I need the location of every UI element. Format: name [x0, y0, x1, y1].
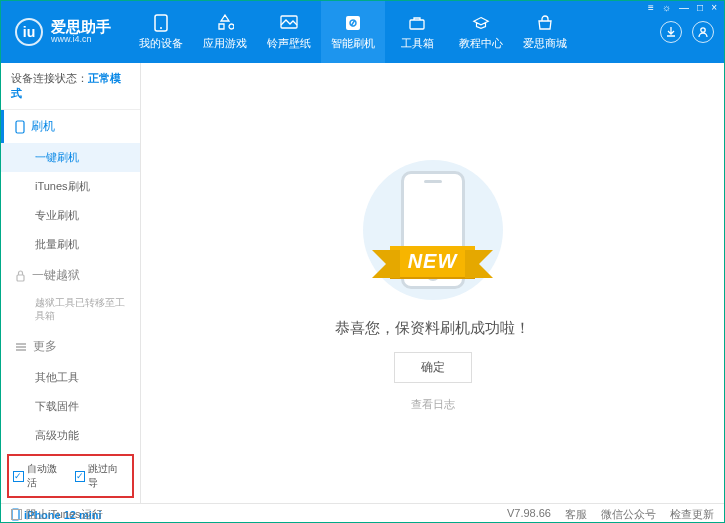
sidebar-item-pro-flash[interactable]: 专业刷机	[1, 201, 140, 230]
checkbox-auto-activate[interactable]: ✓自动激活	[13, 462, 67, 490]
app-header: ≡ ☼ — □ × iu 爱思助手 www.i4.cn 我的设备 应用游戏 铃声…	[1, 1, 724, 63]
nav-smart-flash[interactable]: 智能刷机	[321, 1, 385, 63]
phone-icon	[152, 14, 170, 32]
close-icon[interactable]: ×	[711, 2, 717, 13]
more-icon	[15, 342, 27, 352]
sidebar-item-advanced[interactable]: 高级功能	[1, 421, 140, 450]
maximize-icon[interactable]: □	[697, 2, 703, 13]
menu-icon[interactable]: ≡	[648, 2, 654, 13]
nav-my-device[interactable]: 我的设备	[129, 1, 193, 63]
brand-logo-icon: iu	[15, 18, 43, 46]
minimize-icon[interactable]: —	[679, 2, 689, 13]
success-message: 恭喜您，保资料刷机成功啦！	[335, 319, 530, 338]
toolbox-icon	[408, 14, 426, 32]
check-update-link[interactable]: 检查更新	[670, 507, 714, 522]
view-log-link[interactable]: 查看日志	[411, 397, 455, 412]
version-label: V7.98.66	[507, 507, 551, 522]
sidebar-item-oneclick-flash[interactable]: 一键刷机	[1, 143, 140, 172]
svg-point-1	[160, 27, 162, 29]
options-highlight: ✓自动激活 ✓跳过向导	[7, 454, 134, 498]
main-content: NEW 恭喜您，保资料刷机成功啦！ 确定 查看日志	[141, 63, 724, 503]
nav-store[interactable]: 爱思商城	[513, 1, 577, 63]
new-ribbon: NEW	[390, 246, 476, 277]
success-illustration: NEW	[363, 155, 503, 305]
wechat-link[interactable]: 微信公众号	[601, 507, 656, 522]
nav-apps-games[interactable]: 应用游戏	[193, 1, 257, 63]
sidebar-section-jailbreak[interactable]: 一键越狱	[1, 259, 140, 292]
brand: iu 爱思助手 www.i4.cn	[1, 18, 125, 46]
sidebar-item-batch-flash[interactable]: 批量刷机	[1, 230, 140, 259]
checkbox-skip-guide[interactable]: ✓跳过向导	[75, 462, 129, 490]
sidebar: 设备连接状态：正常模式 刷机 一键刷机 iTunes刷机 专业刷机 批量刷机 一…	[1, 63, 141, 503]
nav-tutorials[interactable]: 教程中心	[449, 1, 513, 63]
flash-icon	[344, 14, 362, 32]
brand-title: 爱思助手	[51, 19, 111, 36]
device-status: 设备连接状态：正常模式	[1, 63, 140, 110]
main-nav: 我的设备 应用游戏 铃声壁纸 智能刷机 工具箱 教程中心 爱思商城	[129, 1, 577, 63]
sidebar-item-other-tools[interactable]: 其他工具	[1, 363, 140, 392]
sidebar-section-more[interactable]: 更多	[1, 330, 140, 363]
svg-point-5	[701, 28, 705, 32]
support-link[interactable]: 客服	[565, 507, 587, 522]
sidebar-section-flash[interactable]: 刷机	[1, 110, 140, 143]
apps-icon	[216, 14, 234, 32]
brand-url: www.i4.cn	[51, 35, 111, 45]
svg-rect-4	[410, 20, 424, 29]
user-button[interactable]	[692, 21, 714, 43]
download-button[interactable]	[660, 21, 682, 43]
wallpaper-icon	[280, 14, 298, 32]
sidebar-item-download-firmware[interactable]: 下载固件	[1, 392, 140, 421]
sidebar-item-itunes-flash[interactable]: iTunes刷机	[1, 172, 140, 201]
nav-ringtone-wallpaper[interactable]: 铃声壁纸	[257, 1, 321, 63]
store-icon	[536, 14, 554, 32]
window-controls: ≡ ☼ — □ ×	[648, 2, 717, 13]
skin-icon[interactable]: ☼	[662, 2, 671, 13]
ok-button[interactable]: 确定	[394, 352, 472, 383]
checkbox-block-itunes[interactable]: 阻止iTunes运行	[11, 507, 103, 522]
svg-rect-6	[16, 121, 24, 133]
lock-icon	[15, 270, 26, 282]
graduation-icon	[472, 14, 490, 32]
svg-rect-7	[17, 275, 24, 281]
nav-toolbox[interactable]: 工具箱	[385, 1, 449, 63]
jailbreak-note: 越狱工具已转移至工具箱	[1, 292, 140, 330]
phone-small-icon	[15, 120, 25, 134]
